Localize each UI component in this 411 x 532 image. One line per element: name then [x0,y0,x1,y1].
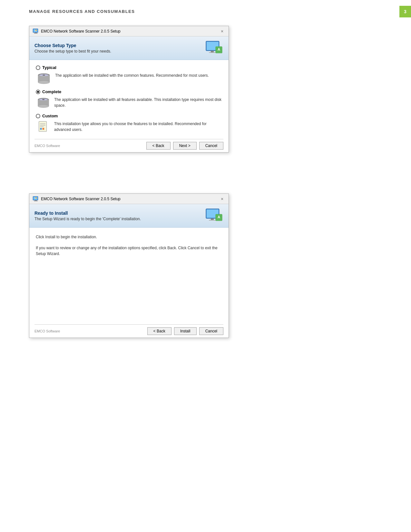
dialog2-header: Ready to Install The Setup Wizard is rea… [29,204,229,228]
custom-desc: This installation type allows you to cho… [54,120,222,133]
svg-rect-37 [211,218,214,220]
dialog2-header-text: Ready to Install The Setup Wizard is rea… [34,211,141,221]
typical-label-row: Typical [36,65,222,70]
setup-option-complete: Complete The application will be install… [36,89,222,110]
complete-radio[interactable] [36,90,40,94]
custom-radio[interactable] [36,114,40,118]
svg-rect-28 [43,128,44,130]
dialog1-heading: Choose Setup Type [34,43,111,48]
dialog1-back-button[interactable]: < Back [146,142,171,150]
svg-rect-10 [209,52,216,53]
svg-point-15 [38,81,50,84]
dialog2-title: EMCO Network Software Scanner 2.0.5 Setu… [41,197,121,201]
svg-rect-3 [34,33,37,33]
dialog-choose-setup: A EMCO Network Software Scanner 2.0.5 Se… [29,26,229,153]
svg-text:A: A [218,47,220,51]
custom-doc-icon [37,120,50,134]
dialog1-cancel-button[interactable]: Cancel [199,142,223,150]
dialog2-subheading: The Setup Wizard is ready to begin the '… [34,217,141,221]
dialog2-line2: If you want to review or change any of t… [36,245,222,257]
dialog2-header-monitor-icon: A [205,208,223,223]
svg-point-17 [43,75,45,76]
dialog2-titlebar-left: A EMCO Network Software Scanner 2.0.5 Se… [33,196,121,202]
dialog2-back-button[interactable]: < Back [147,327,171,335]
dialog1-titlebar-left: A EMCO Network Software Scanner 2.0.5 Se… [33,28,121,34]
dialog1-footer: EMCO Software < Back Next > Cancel [29,139,229,152]
complete-cd-icon [37,96,50,110]
svg-rect-4 [34,33,38,34]
dialog2-titlebar: A EMCO Network Software Scanner 2.0.5 Se… [29,194,229,204]
setup-option-typical: Typical The application will be installe… [36,65,222,85]
page-title: MANAGE RESOURCES AND CONSUMABLES [29,9,135,14]
custom-label-row: Custom [36,113,222,118]
dialog2-footer-buttons: < Back Install Cancel [147,327,223,335]
typical-radio[interactable] [36,65,40,70]
svg-point-20 [38,105,49,108]
dialog-ready-to-install: A EMCO Network Software Scanner 2.0.5 Se… [29,193,229,338]
typical-content: The application will be installed with t… [36,72,222,85]
svg-rect-27 [40,128,42,130]
setup-option-custom: Custom This installation type allows you… [36,113,222,134]
app-icon-2: A [33,196,39,202]
page-badge: 3 [399,6,411,17]
custom-content: This installation type allows you to cho… [36,120,222,134]
svg-rect-31 [34,200,37,201]
typical-desc: The application will be installed with t… [55,72,209,78]
dialog1-header-monitor-icon: A [205,40,223,56]
dialog1-header-text: Choose Setup Type Choose the setup type … [34,43,111,54]
dialog2-footer: EMCO Software < Back Install Cancel [29,325,229,338]
dialog2-heading: Ready to Install [34,211,141,216]
custom-label: Custom [42,113,58,118]
svg-point-22 [42,99,44,100]
dialog2-close-button[interactable]: × [219,196,225,202]
dialog1-brand: EMCO Software [34,144,60,148]
dialog2-brand: EMCO Software [34,329,60,333]
app-icon: A [33,28,39,34]
dialog1-footer-buttons: < Back Next > Cancel [146,142,223,150]
complete-label-row: Complete [36,89,222,94]
dialog1-body: Typical The application will be installe… [29,60,229,139]
complete-label: Complete [42,89,61,94]
svg-rect-9 [211,51,214,52]
typical-cd-icon [37,72,51,85]
svg-rect-32 [34,201,38,202]
typical-label: Typical [42,65,56,70]
dialog1-subheading: Choose the setup type to best fit your n… [34,49,111,54]
dialog1-header: Choose Setup Type Choose the setup type … [29,36,229,60]
dialog2-install-button[interactable]: Install [174,327,197,335]
dialog2-body: Click Install to begin the installation.… [29,228,229,324]
svg-text:A: A [218,215,220,219]
dialog1-next-button[interactable]: Next > [173,142,197,150]
svg-rect-23 [39,121,47,131]
dialog1-title: EMCO Network Software Scanner 2.0.5 Setu… [41,29,121,34]
dialog2-line1: Click Install to begin the installation. [36,234,222,240]
svg-rect-38 [209,220,216,221]
complete-desc: The application will be installed with a… [54,96,222,108]
dialog2-cancel-button[interactable]: Cancel [199,327,223,335]
dialog1-close-button[interactable]: × [219,28,225,34]
dialog1-titlebar: A EMCO Network Software Scanner 2.0.5 Se… [29,26,229,36]
complete-content: The application will be installed with a… [36,96,222,110]
